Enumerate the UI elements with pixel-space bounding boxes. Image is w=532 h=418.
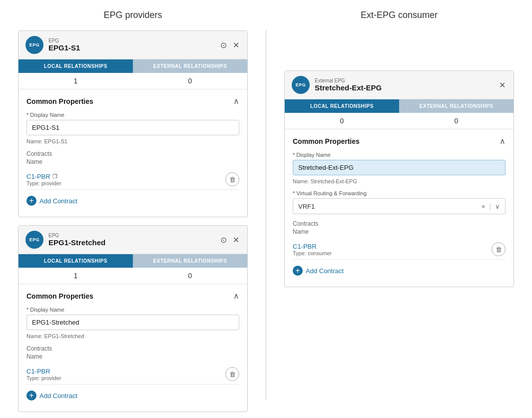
epg1-s1-title-group: EPG EPG1-S1 <box>48 38 80 52</box>
epg1-s1-title: EPG1-S1 <box>48 43 80 52</box>
epg1-s1-chevron-icon: ∧ <box>233 96 239 106</box>
stretched-ext-epg-tab-bar: LOCAL RELATIONSHIPS EXTERNAL RELATIONSHI… <box>285 99 514 113</box>
epg1-stretched-add-contract-button[interactable]: + Add Contract <box>26 387 77 405</box>
epg1-s1-section-header: Common Properties ∧ <box>26 96 239 106</box>
epg1-s1-subtitle: EPG <box>48 38 80 43</box>
epg1-stretched-header-left: EPG EPG EPG1-Stretched <box>25 231 105 249</box>
stretched-ext-epg-vrf-select[interactable]: VRF1 × | ∨ <box>293 198 506 214</box>
epg1-s1-contract-link[interactable]: C1-PBR ❐ <box>26 173 61 180</box>
epg1-s1-actions: ⊙ ✕ <box>219 39 240 51</box>
left-column-title: EPG providers <box>103 10 162 20</box>
stretched-ext-epg-local-count: 0 <box>285 113 399 129</box>
copy-icon: ❐ <box>52 173 57 180</box>
stretched-ext-epg-panel: EPG External EPG Stretched-Ext-EPG ✕ LOC… <box>284 70 514 287</box>
epg1-stretched-tab-bar: LOCAL RELATIONSHIPS EXTERNAL RELATIONSHI… <box>18 254 247 268</box>
epg1-stretched-local-tab[interactable]: LOCAL RELATIONSHIPS <box>18 254 133 268</box>
epg1-stretched-history-button[interactable]: ⊙ <box>219 234 228 246</box>
stretched-ext-epg-delete-contract-button[interactable]: 🗑 <box>492 242 506 256</box>
epg1-stretched-contract-link[interactable]: C1-PBR <box>26 368 61 375</box>
stretched-ext-epg-display-name-input[interactable] <box>293 160 506 175</box>
epg1-s1-contract-info: C1-PBR ❐ Type: provider <box>26 173 61 186</box>
epg1-stretched-header: EPG EPG EPG1-Stretched ⊙ ✕ <box>18 226 247 254</box>
epg1-s1-header-left: EPG EPG EPG1-S1 <box>25 36 80 54</box>
epg1-s1-body: Common Properties ∧ * Display Name Name:… <box>18 89 247 217</box>
epg1-s1-tab-bar: LOCAL RELATIONSHIPS EXTERNAL RELATIONSHI… <box>18 59 247 73</box>
stretched-ext-epg-vrf-actions: × | ∨ <box>482 202 500 210</box>
epg1-stretched-external-tab[interactable]: EXTERNAL RELATIONSHIPS <box>133 254 247 268</box>
stretched-ext-epg-contract-type: Type: consumer <box>293 250 332 256</box>
clear-icon[interactable]: × <box>482 203 486 210</box>
delete-icon: 🗑 <box>229 176 236 183</box>
epg1-s1-name-label: Name <box>26 158 239 165</box>
add-contract-icon: + <box>26 391 36 401</box>
stretched-ext-epg-name-label: Name <box>293 228 506 235</box>
epg1-s1-field-note: Name: EPG1-S1 <box>26 138 239 144</box>
epg1-s1-delete-contract-button[interactable]: 🗑 <box>225 172 239 186</box>
epg1-s1-section-title: Common Properties <box>26 97 93 105</box>
epg1-s1-panel: EPG EPG EPG1-S1 ⊙ ✕ LOCAL <box>18 30 248 217</box>
page-layout: EPG providers EPG EPG EPG1-S1 ⊙ <box>0 0 532 418</box>
close-icon: ✕ <box>233 235 239 245</box>
delete-icon: 🗑 <box>229 371 236 378</box>
close-icon: ✕ <box>233 40 239 50</box>
stretched-ext-epg-external-count: 0 <box>399 113 514 129</box>
epg1-stretched-actions: ⊙ ✕ <box>219 234 240 246</box>
epg1-s1-local-count: 1 <box>18 73 133 89</box>
epg1-stretched-title-group: EPG EPG1-Stretched <box>48 233 105 247</box>
select-separator: | <box>489 202 491 210</box>
epg1-s1-external-count: 0 <box>133 73 247 89</box>
epg1-s1-contracts-label: Contracts <box>26 150 239 157</box>
stretched-ext-epg-contract-link[interactable]: C1-PBR <box>293 243 332 250</box>
epg1-stretched-tab-counts: 1 0 <box>18 268 247 284</box>
epg1-s1-display-name-input[interactable] <box>26 120 239 135</box>
stretched-ext-epg-section-title: Common Properties <box>293 137 360 145</box>
stretched-ext-epg-section-header: Common Properties ∧ <box>293 136 506 146</box>
epg1-stretched-section-header: Common Properties ∧ <box>26 291 239 301</box>
epg1-stretched-external-count: 0 <box>133 268 247 284</box>
add-contract-icon: + <box>293 266 303 276</box>
epg1-stretched-contract-row: C1-PBR Type: provider 🗑 <box>26 364 239 385</box>
chevron-down-icon: ∨ <box>495 203 500 210</box>
epg1-stretched-close-button[interactable]: ✕ <box>232 234 240 246</box>
stretched-ext-epg-header-left: EPG External EPG Stretched-Ext-EPG <box>292 76 382 94</box>
stretched-ext-epg-header: EPG External EPG Stretched-Ext-EPG ✕ <box>285 71 514 99</box>
epg1-s1-external-tab[interactable]: EXTERNAL RELATIONSHIPS <box>133 59 247 73</box>
epg1-s1-add-contract-button[interactable]: + Add Contract <box>26 192 77 210</box>
right-column-title: Ext-EPG consumer <box>361 10 438 20</box>
stretched-ext-epg-tab-counts: 0 0 <box>285 113 514 129</box>
epg1-s1-avatar: EPG <box>25 36 43 54</box>
stretched-ext-epg-subtitle: External EPG <box>315 78 382 83</box>
stretched-ext-epg-field-note: Name: Stretched-Ext-EPG <box>293 178 506 184</box>
stretched-ext-epg-contracts-label: Contracts <box>293 220 506 227</box>
epg1-stretched-display-name-label: * Display Name <box>26 307 239 313</box>
stretched-ext-epg-vrf-value: VRF1 <box>298 203 315 210</box>
epg1-s1-local-tab[interactable]: LOCAL RELATIONSHIPS <box>18 59 133 73</box>
stretched-ext-epg-external-tab[interactable]: EXTERNAL RELATIONSHIPS <box>399 99 514 113</box>
epg1-stretched-contract-type: Type: provider <box>26 375 61 381</box>
epg-providers-column: EPG providers EPG EPG EPG1-S1 ⊙ <box>0 10 266 418</box>
stretched-ext-epg-vrf-label: * Virtual Routing & Forwarding <box>293 190 506 196</box>
epg1-stretched-field-note: Name: EPG1-Stretched <box>26 333 239 339</box>
stretched-ext-epg-close-button[interactable]: ✕ <box>498 79 507 91</box>
stretched-ext-epg-chevron-icon: ∧ <box>500 136 506 146</box>
delete-icon: 🗑 <box>496 246 502 253</box>
epg1-stretched-delete-contract-button[interactable]: 🗑 <box>225 367 239 381</box>
stretched-ext-epg-avatar: EPG <box>292 76 310 94</box>
epg1-stretched-display-name-input[interactable] <box>26 315 239 330</box>
epg1-stretched-title: EPG1-Stretched <box>48 238 105 247</box>
stretched-ext-epg-local-tab[interactable]: LOCAL RELATIONSHIPS <box>285 99 399 113</box>
stretched-ext-epg-add-contract-button[interactable]: + Add Contract <box>293 262 344 280</box>
epg1-s1-history-button[interactable]: ⊙ <box>219 39 228 51</box>
stretched-ext-epg-contract-info: C1-PBR Type: consumer <box>293 243 332 256</box>
add-contract-icon: + <box>26 196 36 206</box>
epg1-s1-close-button[interactable]: ✕ <box>232 39 240 51</box>
stretched-ext-epg-display-name-label: * Display Name <box>293 152 506 158</box>
ext-epg-consumer-column: Ext-EPG consumer EPG External EPG Stretc… <box>266 10 532 418</box>
history-icon: ⊙ <box>220 40 227 50</box>
epg1-stretched-body: Common Properties ∧ * Display Name Name:… <box>18 284 247 412</box>
stretched-ext-epg-contract-row: C1-PBR Type: consumer 🗑 <box>293 239 506 260</box>
epg1-stretched-contract-info: C1-PBR Type: provider <box>26 368 61 381</box>
epg1-stretched-chevron-icon: ∧ <box>233 291 239 301</box>
epg1-stretched-avatar: EPG <box>25 231 43 249</box>
stretched-ext-epg-body: Common Properties ∧ * Display Name Name:… <box>285 129 514 287</box>
